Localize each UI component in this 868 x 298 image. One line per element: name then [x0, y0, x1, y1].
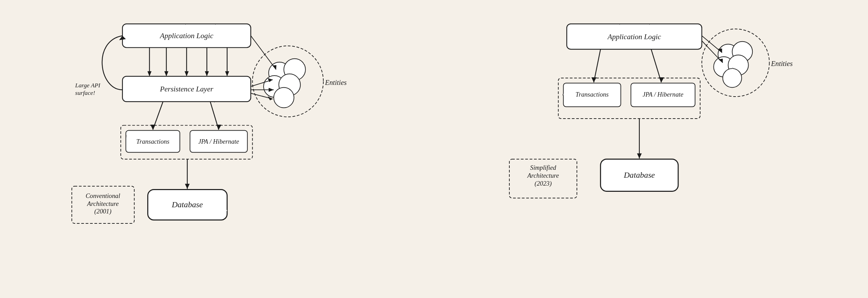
database-label-2: Database [623, 170, 655, 179]
svg-marker-6 [148, 71, 152, 76]
svg-marker-29 [185, 184, 190, 189]
entities-label-2: Entities [771, 60, 792, 67]
svg-text:(2023): (2023) [534, 180, 552, 187]
transactions-label-2: Transactions [575, 91, 609, 98]
svg-line-22 [251, 36, 276, 69]
svg-marker-36 [659, 77, 664, 82]
diagrams-container: Application Logic Persistence Layer Tran… [0, 0, 868, 298]
svg-marker-25 [150, 125, 155, 130]
svg-text:surface!: surface! [75, 89, 95, 96]
svg-text:Architecture: Architecture [86, 200, 119, 207]
svg-text:(2001): (2001) [94, 208, 112, 215]
persistence-layer-label: Persistence Layer [160, 85, 213, 93]
diagram-simplified: Application Logic Transactions JPA / Hib… [455, 14, 848, 284]
transactions-label-1: Transactions [136, 138, 170, 145]
app-logic-label-1: Application Logic [159, 32, 213, 40]
svg-marker-27 [216, 125, 221, 130]
svg-marker-8 [164, 71, 169, 76]
svg-text:Architecture: Architecture [526, 172, 559, 179]
jpa-label-2: JPA / Hibernate [643, 91, 683, 98]
svg-marker-14 [225, 71, 229, 76]
entity-circle-5 [274, 87, 294, 108]
diagram-conventional: Application Logic Persistence Layer Tran… [21, 14, 414, 284]
entities-label-1: Entities [325, 79, 347, 86]
svg-text:Large API: Large API [75, 82, 101, 89]
svg-marker-34 [591, 77, 597, 82]
svg-text:Simplified: Simplified [530, 164, 556, 171]
svg-marker-12 [205, 71, 209, 76]
svg-marker-10 [185, 71, 189, 76]
jpa-label-1: JPA / Hibernate [198, 138, 239, 145]
database-label-1: Database [171, 200, 203, 209]
svg-marker-42 [637, 153, 641, 158]
entity-circle-2-5 [722, 68, 741, 87]
svg-text:Conventional: Conventional [85, 192, 120, 199]
app-logic-label-2: Application Logic [607, 33, 661, 41]
